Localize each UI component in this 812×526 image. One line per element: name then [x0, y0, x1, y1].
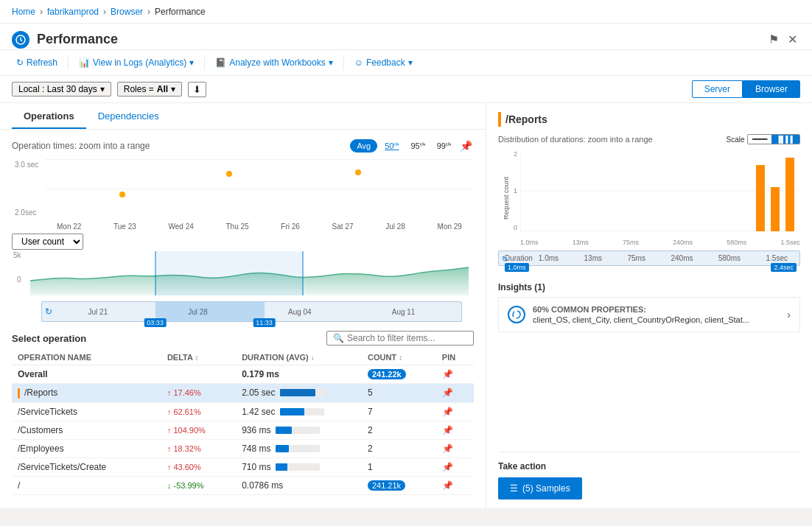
dist-x-labels: 1.0ms 13ms 75ms 240ms 580ms 1.5sec	[520, 239, 800, 246]
report-accent	[498, 112, 501, 127]
row-pin[interactable]: 📌	[436, 365, 474, 384]
table-row[interactable]: /ServiceTickets/Create↑ 43.60%710 ms1📌	[12, 457, 474, 476]
breadcrumb-sep1: ›	[40, 7, 43, 17]
breadcrumb-home[interactable]: Home	[12, 7, 35, 17]
server-button[interactable]: Server	[692, 80, 743, 98]
dist-chart-area: 2 1 0 Request count 1.0ms 13ms 75ms	[498, 150, 800, 246]
logs-icon: 📊	[79, 57, 90, 68]
title-bar: Performance ⚑ ✕	[0, 24, 812, 50]
insight-card-text: client_OS, client_City, client_CountryOr…	[533, 315, 780, 324]
pin-icon[interactable]: 📌	[442, 425, 453, 435]
pct99-button[interactable]: 99ᵗʰ	[433, 140, 455, 152]
bar-bg	[276, 427, 320, 434]
row-pin[interactable]: 📌	[436, 384, 474, 403]
samples-button[interactable]: ☰ (5) Samples	[498, 477, 582, 499]
row-count: 241.22k	[362, 365, 436, 384]
pin-icon[interactable]: 📌	[442, 369, 453, 379]
duration-value: 710 ms	[242, 462, 270, 472]
refresh-button[interactable]: ↻ Refresh	[12, 55, 62, 71]
duration-bar: 710 ms	[242, 462, 356, 472]
analyze-workbooks-button[interactable]: 📓 Analyze with Workbooks ▾	[211, 55, 337, 71]
col-pin: PIN	[436, 350, 474, 365]
roles-filter-value: All	[157, 84, 168, 94]
dur-0: 1.0ms	[539, 254, 559, 262]
pin-icon[interactable]: 📌	[442, 462, 453, 472]
pin-icon[interactable]: 📌	[442, 388, 453, 398]
insight-card[interactable]: 60% COMMON PROPERTIES: client_OS, client…	[498, 297, 800, 332]
x-label-1ms: 1.0ms	[520, 239, 539, 246]
row-count: 2	[362, 439, 436, 457]
pin-icon[interactable]: 📌	[442, 407, 453, 417]
dist-y-axis-label: Request count	[503, 177, 510, 220]
pin-icon[interactable]: 📌	[442, 480, 453, 491]
y-val-0: 0	[498, 224, 517, 231]
scale-toggle: Scale ━━━━ ▐▌▌▌	[726, 134, 800, 144]
pct95-button[interactable]: 95ᵗʰ	[407, 140, 430, 152]
pct50-button[interactable]: 50ᵗʰ	[380, 140, 403, 152]
duration-bar: 2.05 sec	[242, 388, 356, 398]
col-count[interactable]: COUNT ↕	[362, 350, 436, 365]
row-delta: ↑ 43.60%	[161, 457, 236, 476]
scale-linear-button[interactable]: ━━━━	[748, 135, 771, 144]
area-y-bot: 0	[17, 276, 21, 284]
col-delta[interactable]: DELTA ↕	[161, 350, 236, 365]
table-row[interactable]: /↓ -53.99%0.0786 ms241.21k📌	[12, 476, 474, 494]
tab-operations[interactable]: Operations	[12, 103, 86, 129]
scale-log-button[interactable]: ▐▌▌▌	[771, 135, 799, 144]
insight-card-title: 60% COMMON PROPERTIES:	[533, 305, 780, 314]
search-input[interactable]	[347, 333, 458, 343]
time-filter-pill[interactable]: Local : Last 30 days ▾	[12, 82, 111, 97]
duration-bar: 1.42 sec	[242, 407, 356, 417]
title-left: Performance	[12, 31, 118, 49]
table-row[interactable]: /Reports↑ 17.46%2.05 sec5📌	[12, 384, 474, 403]
close-window-button[interactable]: ✕	[785, 29, 800, 49]
table-row[interactable]: Overall0.179 ms241.22k📌	[12, 365, 474, 384]
table-row[interactable]: /Customers↑ 104.90%936 ms2📌	[12, 421, 474, 439]
workbooks-icon: 📓	[215, 57, 226, 68]
row-count: 7	[362, 402, 436, 421]
row-pin[interactable]: 📌	[436, 457, 474, 476]
row-duration: 748 ms	[236, 439, 362, 457]
row-pin[interactable]: 📌	[436, 476, 474, 494]
timeline-label-0: Jul 21	[88, 308, 108, 316]
filter-bar: Local : Last 30 days ▾ Roles = All ▾ ⬇ S…	[0, 76, 812, 103]
col-duration[interactable]: DURATION (AVG) ↓	[236, 350, 362, 365]
row-pin[interactable]: 📌	[436, 439, 474, 457]
server-browser-toggle: Server Browser	[692, 80, 800, 98]
table-row[interactable]: /Employees↑ 18.32%748 ms2📌	[12, 439, 474, 457]
range-marker-left-container: 1.0ms	[505, 263, 529, 271]
row-pin[interactable]: 📌	[436, 402, 474, 421]
timeline-marker-right: 11:33	[253, 318, 276, 327]
tab-dependencies[interactable]: Dependencies	[86, 103, 171, 129]
search-filter-container: 🔍	[326, 331, 474, 346]
feedback-label: Feedback	[366, 57, 405, 68]
selected-accent	[18, 388, 20, 399]
table-row[interactable]: /ServiceTickets↑ 62.61%1.42 sec7📌	[12, 402, 474, 421]
grid-line-mid	[45, 189, 474, 189]
roles-filter-pill[interactable]: Roles = All ▾	[117, 82, 182, 97]
timeline-slider[interactable]: Jul 21 Jul 28 Aug 04 Aug 11 03:33 11:33 …	[41, 301, 462, 322]
pin-window-button[interactable]: ⚑	[766, 29, 782, 49]
chart-x-axis: Mon 22 Tue 23 Wed 24 Thu 25 Fri 26 Sat 2…	[45, 220, 474, 231]
row-pin[interactable]: 📌	[436, 421, 474, 439]
breadcrumb-sep2: ›	[103, 7, 106, 17]
chart-pin-button[interactable]: 📌	[458, 138, 474, 153]
view-logs-button[interactable]: 📊 View in Logs (Analytics) ▾	[74, 55, 198, 71]
title-actions: ⚑ ✕	[766, 29, 800, 49]
feedback-button[interactable]: ☺ Feedback ▾	[350, 55, 417, 71]
avg-button[interactable]: Avg	[350, 139, 377, 152]
breadcrumb-fab[interactable]: fabrikamprod	[47, 7, 99, 17]
filter-extra-button[interactable]: ⬇	[188, 82, 206, 97]
take-action-section: Take action ☰ (5) Samples	[498, 452, 800, 499]
row-duration: 936 ms	[236, 421, 362, 439]
row-delta: ↑ 62.61%	[161, 402, 236, 421]
user-count-dropdown[interactable]: User count	[12, 234, 83, 250]
x-label-6: Jul 28	[385, 222, 405, 231]
delta-sort-icon: ↕	[195, 354, 199, 362]
pin-icon[interactable]: 📌	[442, 443, 453, 454]
breadcrumb-browser[interactable]: Browser	[111, 7, 143, 17]
browser-button[interactable]: Browser	[743, 80, 800, 98]
operations-table-body: Overall0.179 ms241.22k📌/Reports↑ 17.46%2…	[12, 365, 474, 495]
view-logs-label: View in Logs (Analytics)	[93, 57, 186, 68]
col-operation-name[interactable]: OPERATION NAME	[12, 350, 161, 365]
